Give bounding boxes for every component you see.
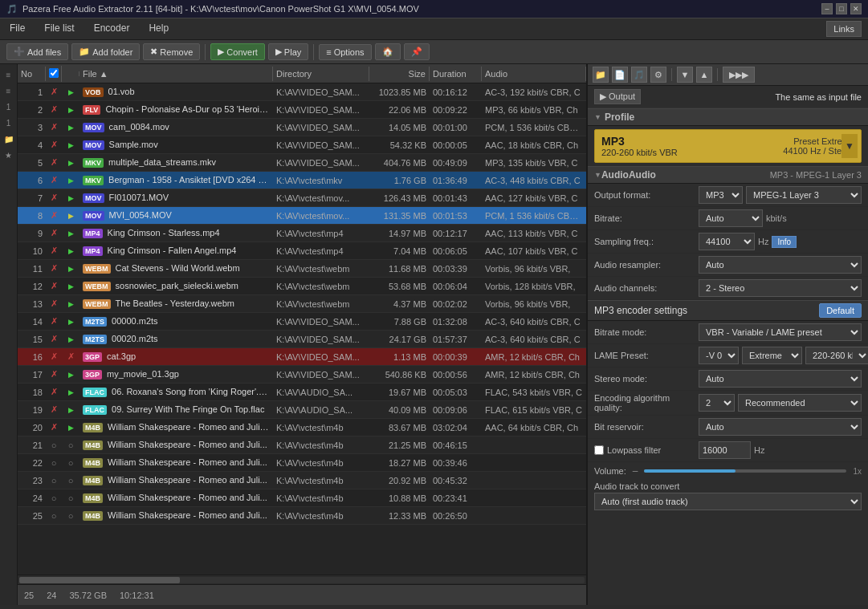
rp-music-icon[interactable]: 🎵 bbox=[631, 67, 647, 83]
rp-settings-icon[interactable]: ⚙ bbox=[650, 67, 666, 83]
sidebar-icon-6[interactable]: ★ bbox=[2, 148, 16, 162]
rp-down-icon[interactable]: ▼ bbox=[677, 67, 693, 83]
home-button[interactable]: 🏠 bbox=[375, 43, 401, 60]
table-row[interactable]: 15 ✗ ▶ M2TS 00020.m2ts K:\AV\VIDEO_SAM..… bbox=[18, 331, 586, 348]
quality-value-select[interactable]: 2 bbox=[699, 394, 735, 412]
lowpass-input[interactable] bbox=[699, 441, 751, 459]
row-checkbox[interactable]: ✗ bbox=[46, 192, 62, 204]
row-checkbox[interactable]: ○ bbox=[46, 493, 62, 504]
resampler-select[interactable]: Auto bbox=[699, 256, 862, 274]
sidebar-icon-4[interactable]: 1 bbox=[2, 116, 16, 130]
rp-up-icon[interactable]: ▲ bbox=[696, 67, 712, 83]
menu-file[interactable]: File bbox=[6, 21, 28, 37]
pin-button[interactable]: 📌 bbox=[404, 43, 430, 60]
table-row[interactable]: 13 ✗ ▶ WEBM The Beatles - Yesterday.webm… bbox=[18, 295, 586, 313]
table-row[interactable]: 22 ○ ○ M4B William Shakespeare - Romeo a… bbox=[18, 454, 586, 472]
row-checkbox[interactable]: ✗ bbox=[46, 156, 62, 168]
sidebar-icon-3[interactable]: 1 bbox=[2, 99, 16, 114]
volume-slider[interactable] bbox=[644, 469, 846, 473]
stereo-mode-select[interactable]: Auto bbox=[699, 370, 862, 388]
info-button[interactable]: Info bbox=[772, 236, 797, 248]
row-checkbox[interactable]: ○ bbox=[46, 475, 62, 486]
close-btn[interactable]: ✕ bbox=[850, 3, 862, 14]
profile-section-header[interactable]: ▼ Profile bbox=[588, 108, 868, 126]
menu-filelist[interactable]: File list bbox=[41, 21, 77, 37]
sampling-select[interactable]: 44100 bbox=[699, 233, 755, 250]
row-checkbox[interactable]: ✗ bbox=[46, 368, 62, 380]
table-row[interactable]: 11 ✗ ▶ WEBM Cat Stevens - Wild World.web… bbox=[18, 260, 586, 278]
sidebar-icon-1[interactable]: ≡ bbox=[2, 67, 16, 82]
table-row[interactable]: 5 ✗ ▶ MKV multiple_data_streams.mkv K:\A… bbox=[18, 154, 586, 172]
bitrate-mode-select[interactable]: VBR - Variable / LAME preset bbox=[699, 323, 862, 341]
rp-file-icon[interactable]: 📄 bbox=[612, 67, 628, 83]
row-checkbox[interactable]: ✗ bbox=[46, 245, 62, 257]
row-checkbox[interactable]: ○ bbox=[46, 440, 62, 451]
play-button[interactable]: ▶ Play bbox=[268, 43, 308, 60]
row-checkbox[interactable]: ✗ bbox=[46, 86, 62, 98]
row-checkbox[interactable]: ✗ bbox=[46, 227, 62, 239]
sidebar-icon-5[interactable]: 📁 bbox=[2, 132, 16, 146]
menu-encoder[interactable]: Encoder bbox=[91, 21, 133, 37]
sidebar-icon-2[interactable]: ≡ bbox=[2, 83, 16, 98]
table-row[interactable]: 10 ✗ ▶ MP4 King Crimson - Fallen Angel.m… bbox=[18, 242, 586, 260]
horizontal-scrollbar[interactable] bbox=[18, 574, 586, 584]
remove-button[interactable]: ✖ Remove bbox=[143, 43, 200, 60]
row-checkbox[interactable]: ✗ bbox=[46, 280, 62, 292]
table-row[interactable]: 21 ○ ○ M4B William Shakespeare - Romeo a… bbox=[18, 436, 586, 454]
row-checkbox[interactable]: ✗ bbox=[46, 298, 62, 310]
table-row[interactable]: 17 ✗ ▶ 3GP my_movie_01.3gp K:\AV\VIDEO_S… bbox=[18, 366, 586, 384]
row-checkbox[interactable]: ✗ bbox=[46, 262, 62, 274]
row-checkbox[interactable]: ✗ bbox=[46, 174, 62, 186]
col-file[interactable]: File ▲ bbox=[79, 67, 273, 81]
row-checkbox[interactable]: ✗ bbox=[46, 333, 62, 345]
row-checkbox[interactable]: ✗ bbox=[46, 121, 62, 133]
profile-dropdown-btn[interactable]: ▼ bbox=[842, 134, 858, 158]
bitrate-select[interactable]: Auto bbox=[699, 209, 763, 227]
row-checkbox[interactable]: ✗ bbox=[46, 139, 62, 151]
table-row[interactable]: 20 ✗ ▶ M4B William Shakespeare - Romeo a… bbox=[18, 419, 586, 436]
format2-select[interactable]: MPEG-1 Layer 3 bbox=[746, 186, 862, 204]
table-row[interactable]: 14 ✗ ▶ M2TS 00000.m2ts K:\AV\VIDEO_SAM..… bbox=[18, 313, 586, 331]
row-checkbox[interactable]: ✗ bbox=[46, 404, 62, 416]
menu-help[interactable]: Help bbox=[145, 21, 172, 37]
table-row[interactable]: 3 ✗ ▶ MOV cam_0084.mov K:\AV\VIDEO_SAM..… bbox=[18, 119, 586, 136]
col-duration[interactable]: Duration bbox=[430, 67, 482, 81]
row-checkbox[interactable]: ○ bbox=[46, 457, 62, 469]
links-btn[interactable]: Links bbox=[826, 21, 862, 37]
lame-kbits-select[interactable]: 220-260 kbit/s bbox=[805, 347, 868, 364]
scroll-track[interactable] bbox=[19, 577, 585, 583]
table-row[interactable]: 2 ✗ ▶ FLV Chopin - Polonaise As-Dur op 5… bbox=[18, 101, 586, 119]
col-size[interactable]: Size bbox=[369, 67, 430, 81]
row-checkbox[interactable]: ✗ bbox=[46, 315, 62, 327]
row-checkbox[interactable]: ✗ bbox=[46, 421, 62, 433]
col-directory[interactable]: Directory bbox=[273, 67, 369, 81]
row-checkbox[interactable]: ✗ bbox=[46, 351, 62, 363]
row-checkbox[interactable]: ✗ bbox=[46, 104, 62, 116]
table-row[interactable]: 25 ○ ○ M4B William Shakespeare - Romeo a… bbox=[18, 507, 586, 525]
lame-extreme-select[interactable]: Extreme bbox=[742, 347, 802, 364]
row-checkbox[interactable]: ✗ bbox=[46, 209, 62, 221]
table-row[interactable]: 23 ○ ○ M4B William Shakespeare - Romeo a… bbox=[18, 472, 586, 489]
lowpass-checkbox[interactable] bbox=[594, 445, 604, 455]
table-row[interactable]: 1 ✗ ▶ VOB 01.vob K:\AV\VIDEO_SAM... 1023… bbox=[18, 83, 586, 101]
titlebar-controls[interactable]: – □ ✕ bbox=[821, 3, 862, 14]
row-checkbox[interactable]: ✗ bbox=[46, 386, 62, 398]
table-row[interactable]: 16 ✗ ✗ 3GP cat.3gp K:\AV\VIDEO_SAM... 1.… bbox=[18, 348, 586, 366]
profile-box[interactable]: MP3 220-260 kbit/s VBR Preset Extreme 44… bbox=[594, 129, 862, 163]
table-row[interactable]: 4 ✗ ▶ MOV Sample.mov K:\AV\VIDEO_SAM... … bbox=[18, 136, 586, 154]
add-folder-button[interactable]: 📁 Add folder bbox=[71, 43, 140, 60]
table-row[interactable]: 7 ✗ ▶ MOV FI010071.MOV K:\AV\vctest\mov.… bbox=[18, 189, 586, 207]
table-row[interactable]: 18 ✗ ▶ FLAC 06. Roxana's Song from 'King… bbox=[18, 384, 586, 401]
reservoir-select[interactable]: Auto bbox=[699, 418, 862, 436]
add-files-button[interactable]: ➕ Add files bbox=[6, 43, 68, 60]
rp-more-icon[interactable]: ▶▶▶ bbox=[723, 67, 755, 83]
channels-select[interactable]: 2 - Stereo bbox=[699, 279, 862, 297]
format1-select[interactable]: MP3 bbox=[699, 186, 743, 204]
rp-folder-icon[interactable]: 📁 bbox=[593, 67, 609, 83]
scroll-thumb[interactable] bbox=[19, 577, 180, 583]
select-all-checkbox[interactable] bbox=[49, 68, 59, 78]
table-row[interactable]: 8 ✗ ▶ MOV MVI_0054.MOV K:\AV\vctest\mov.… bbox=[18, 207, 586, 225]
default-button[interactable]: Default bbox=[819, 303, 862, 318]
table-row[interactable]: 24 ○ ○ M4B William Shakespeare - Romeo a… bbox=[18, 489, 586, 507]
output-label[interactable]: ▶ Output bbox=[594, 89, 641, 104]
